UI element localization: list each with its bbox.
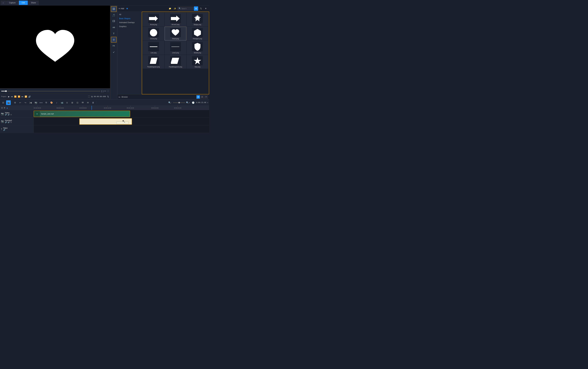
share-tab[interactable]: Share — [28, 1, 39, 5]
grid-icon-o[interactable]: ⊞ — [10, 121, 12, 123]
mark-out-icon[interactable]: ] — [103, 90, 103, 92]
trim-icon[interactable]: ✂ — [104, 90, 106, 92]
settings-tl-icon[interactable]: ⚙ — [13, 100, 17, 105]
browse-label[interactable]: Browse — [122, 96, 128, 98]
loop-button[interactable]: 🔁 — [25, 95, 27, 98]
folder-icon[interactable]: 📁 — [168, 6, 172, 11]
search-input[interactable] — [182, 8, 192, 10]
motion-tool-button[interactable]: ↙ — [111, 49, 117, 55]
category-animated-overlays[interactable]: Animated Overlays — [117, 20, 142, 24]
overlays-tool-button[interactable]: ⚙ — [111, 37, 117, 42]
sort-icon[interactable]: ⇅ — [199, 6, 203, 11]
asset-star[interactable]: Star.png — [187, 55, 208, 69]
screen-icon[interactable]: 🖥 — [91, 100, 95, 105]
asset-line2[interactable]: Line2.png — [165, 41, 186, 54]
effects-icon[interactable]: ✨ — [173, 6, 177, 11]
asset-shield[interactable]: Shield.png — [187, 41, 208, 54]
frame-forward-button[interactable]: ⏩ — [18, 95, 20, 98]
titles-tool-button[interactable]: AB — [111, 24, 117, 30]
trim-start-icon[interactable]: |◀ — [28, 100, 33, 105]
frame-back-button[interactable]: ⏪ — [14, 95, 17, 98]
snapshot-icon[interactable]: 📷 — [33, 100, 38, 105]
ruler-label-0: 00:00:00:00 — [34, 107, 41, 109]
email-icon[interactable]: ✉ — [86, 100, 90, 105]
project-label: Project– — [1, 96, 7, 98]
settings-tracks-icon[interactable]: ⚙ — [4, 107, 5, 109]
color-icon[interactable]: 🎨 — [49, 100, 54, 105]
grid-view-button[interactable]: ⊞ — [196, 95, 200, 99]
fit-icon[interactable]: ⧉ — [44, 100, 49, 105]
storyboard-icon[interactable]: 🎬 — [6, 100, 11, 105]
category-graphics[interactable]: Graphics — [117, 24, 142, 29]
link-icon-v[interactable]: 🔗 — [5, 114, 7, 116]
fx-tool-button[interactable]: FX — [111, 43, 117, 49]
grid-tl-icon[interactable]: ⊞ — [70, 100, 75, 105]
category-all[interactable]: All — [117, 12, 142, 17]
track-label-header: ⊟ ⚙ ▲ — [0, 106, 33, 110]
tracks-icon[interactable]: ⊟ — [1, 100, 6, 105]
text-tool-icon: T — [113, 32, 114, 35]
audio-tool-button[interactable]: 🎵 — [111, 12, 117, 18]
asset-circle[interactable]: Circle.png — [143, 27, 164, 41]
split-icon[interactable]: ⟺ — [39, 100, 43, 105]
detect-icon[interactable]: ⊡ — [75, 100, 80, 105]
asset-parallelogram2[interactable]: Parallelogram2.png — [165, 55, 186, 69]
asset-arrow[interactable]: Arrow.png — [143, 12, 164, 26]
grid-icon-v[interactable]: ⊞ — [10, 114, 12, 116]
list-view-button[interactable]: ☰ — [200, 95, 204, 99]
skip-start-button[interactable]: ⏮ — [11, 95, 13, 98]
home-button[interactable]: ⌂ — [1, 1, 6, 5]
progress-bar[interactable] — [1, 91, 101, 92]
edit-view-button[interactable]: ✏ — [204, 95, 208, 99]
skip-end-button[interactable]: ⏭ — [21, 95, 23, 98]
link-icon-o[interactable]: 🔗 — [5, 121, 7, 123]
asset-arrow2[interactable]: Arrow2.png — [165, 12, 186, 26]
audio-icon-v[interactable]: 🔊 — [8, 114, 10, 116]
overlay-tl-icon[interactable]: ⊙ — [65, 100, 69, 105]
capture-tab[interactable]: Capture — [6, 1, 19, 5]
time-up-down[interactable]: ⇅ — [107, 95, 109, 98]
grid-view-icon[interactable]: ⊞ — [194, 6, 198, 11]
star-filter-icon[interactable]: ★ — [125, 6, 129, 11]
fullscreen-icon[interactable]: ⛶ — [107, 90, 109, 92]
crop-button[interactable]: ⧉ — [91, 95, 93, 98]
music-icon[interactable]: ♪ — [54, 100, 59, 105]
search-box[interactable]: 🔍 — [178, 7, 193, 10]
zoom-out-button[interactable]: 🔍- — [168, 100, 172, 105]
video-clip[interactable]: 🏔 Sample_Lake.mp4 — [34, 111, 130, 117]
add-button[interactable]: + Add — [119, 7, 124, 10]
filter-icon[interactable]: ▼ — [204, 6, 208, 11]
add-track-icon[interactable]: ▲ — [6, 107, 8, 109]
3d-title-icon[interactable]: 3D — [80, 100, 85, 105]
resize-button[interactable]: ⛶ — [88, 95, 90, 98]
link-icon-t[interactable]: 🔗 — [3, 129, 5, 131]
undo-icon[interactable]: ↩ — [18, 100, 22, 105]
timeline-tracks[interactable]: 00:00:00:00 00:00:04:00 00:00:08:00 00:0… — [34, 106, 209, 133]
transitions-tool-button[interactable]: 🎞 — [111, 18, 117, 24]
audio-icon-o[interactable]: 🔊 — [8, 121, 10, 123]
asset-parallelogram[interactable]: Parallelogram.png — [143, 55, 164, 69]
import-tool-icon: 🖼 — [112, 8, 115, 10]
clock-icon[interactable]: 🕐 — [191, 100, 195, 105]
stabilize-icon[interactable]: 📹 — [60, 100, 64, 105]
asset-line[interactable]: Line.png — [143, 41, 164, 54]
volume-button[interactable]: 🔊 — [28, 95, 31, 98]
video-clips-row: 🏔 Sample_Lake.mp4 — [34, 110, 209, 118]
mark-in-icon[interactable]: [ — [101, 90, 102, 92]
asset-hexagon[interactable]: Hexagon.png — [187, 27, 208, 41]
edit-tab[interactable]: Edit — [19, 1, 28, 5]
asset-heart[interactable]: Heart.png — [165, 27, 186, 41]
zoom-in-button[interactable]: 🔍+ — [186, 100, 190, 105]
ruler-label-1: 00:00:04:00 — [57, 107, 64, 109]
zoom-slider[interactable] — [173, 102, 185, 103]
all-tracks-icon[interactable]: ⊟ — [1, 107, 3, 109]
category-basic-shapes[interactable]: Basic Shapes — [117, 17, 142, 20]
redo-icon[interactable]: ↪ — [23, 100, 28, 105]
play-button[interactable]: ▶ — [8, 95, 10, 98]
asset-badge[interactable]: Badge.png — [187, 12, 208, 26]
browse-arrow-icon: 🗂 — [119, 96, 120, 98]
text-tool-button[interactable]: T — [111, 31, 117, 36]
overlay-clip[interactable]: ↖ 00:00:10:11 — [79, 118, 132, 125]
playhead[interactable] — [91, 106, 92, 110]
import-tool-button[interactable]: 🖼 — [111, 6, 117, 12]
